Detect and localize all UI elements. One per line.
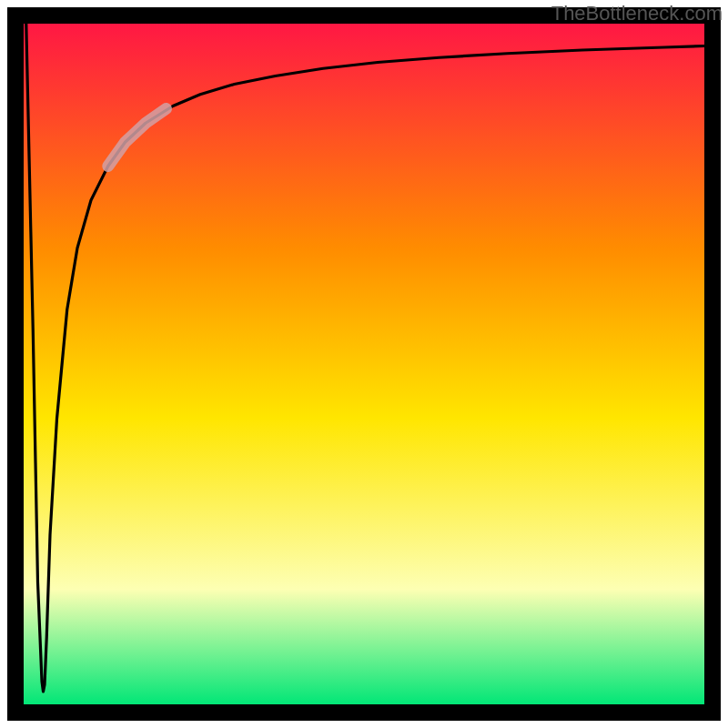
watermark-text: TheBottleneck.com: [551, 2, 723, 25]
bottleneck-chart: [0, 0, 728, 728]
plot-gradient-background: [23, 23, 705, 705]
chart-container: TheBottleneck.com: [0, 0, 728, 728]
